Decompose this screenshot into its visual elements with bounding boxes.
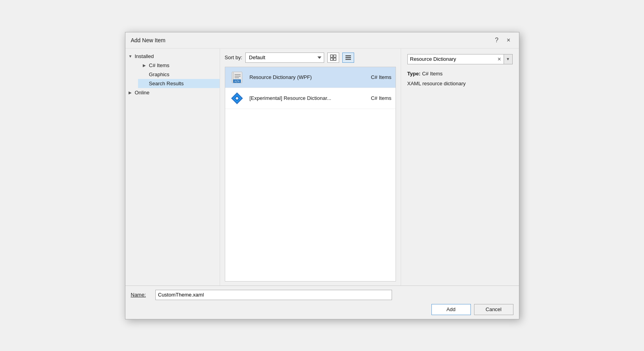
item-name-experimental: [Experimental] Resource Dictionar... [250,95,340,101]
name-row: Name: [131,290,513,300]
graphics-spacer [141,72,147,77]
search-results-spacer [141,81,147,86]
grid-icon [330,54,336,61]
type-row: Type: C# Items [407,71,513,77]
resource-dictionary-icon: </> [230,70,245,85]
dialog-title: Add New Item [131,37,166,43]
grid-view-button[interactable] [327,53,339,63]
button-row: Add Cancel [131,304,513,315]
close-button[interactable]: × [504,36,513,45]
svg-rect-5 [345,57,351,58]
sort-select[interactable]: Default Name Type [245,53,324,63]
svg-rect-1 [334,55,336,57]
experimental-resource-icon [230,91,245,106]
resource-dict-icon: </> [229,69,245,85]
help-button[interactable]: ? [492,36,502,45]
search-clear-button[interactable]: ✕ [495,55,504,64]
add-button[interactable]: Add [431,304,471,315]
table-row[interactable]: [Experimental] Resource Dictionar... C# … [225,88,396,109]
svg-rect-2 [330,58,333,60]
search-box: ✕ ▼ [407,54,513,64]
sidebar-installed-label: Installed [135,53,154,59]
svg-rect-4 [345,55,351,56]
table-row[interactable]: </> Resource Dictionary (WPF) C# Items [225,67,396,88]
main-content: Sort by: Default Name Type [220,49,401,285]
sidebar-online-group[interactable]: ▶ Online [125,88,220,97]
search-dropdown-button[interactable]: ▼ [504,54,512,64]
sidebar-item-csharp[interactable]: ▶ C# Items [138,61,220,70]
title-bar-left: Add New Item [131,37,166,43]
experimental-icon [229,90,245,106]
sidebar-csharp-label: C# Items [147,62,170,68]
csharp-arrow-icon: ▶ [141,63,147,68]
list-view-button[interactable] [342,53,354,63]
item-name-resource-dict: Resource Dictionary (WPF) [250,74,340,80]
item-category-resource-dict: C# Items [344,74,392,80]
online-arrow-icon: ▶ [129,90,135,95]
search-box-container: ✕ ▼ [407,54,513,64]
right-panel: ✕ ▼ Type: C# Items XAML resource diction… [401,49,519,285]
name-underline-char: N [131,292,134,298]
type-label: Type: [407,71,421,77]
sidebar-item-search-results[interactable]: Search Results [138,79,220,88]
title-bar: Add New Item ? × [125,32,519,49]
list-icon [345,54,351,61]
cancel-button[interactable]: Cancel [474,304,513,315]
description-text: XAML resource dictionary [407,80,513,88]
dialog-body: ▼ Installed ▶ C# Items Graphics Search R… [125,49,519,285]
items-list: </> Resource Dictionary (WPF) C# Items [225,67,396,282]
sidebar-search-results-label: Search Results [147,81,184,86]
sidebar-children: ▶ C# Items Graphics Search Results [125,61,220,88]
item-category-experimental: C# Items [344,95,392,101]
add-new-item-dialog: Add New Item ? × ▼ Installed ▶ C# Items … [125,32,519,319]
svg-rect-0 [330,55,333,57]
sidebar-online-label: Online [135,90,150,96]
sort-label: Sort by: [225,54,243,60]
sidebar-item-graphics[interactable]: Graphics [138,70,220,79]
title-bar-right: ? × [492,36,513,45]
name-label: Name: [131,292,151,298]
bottom-area: Name: Add Cancel [125,285,519,319]
sidebar-graphics-label: Graphics [147,71,170,77]
sidebar: ▼ Installed ▶ C# Items Graphics Search R… [125,49,220,285]
svg-rect-3 [334,58,336,60]
svg-rect-6 [345,59,351,60]
sidebar-installed-group[interactable]: ▼ Installed [125,52,220,61]
search-input[interactable] [408,56,495,62]
toolbar: Sort by: Default Name Type [225,53,396,63]
name-rest: ame: [134,292,146,298]
type-value: C# Items [422,71,442,77]
installed-arrow-icon: ▼ [129,54,135,58]
svg-text:</>: </> [234,80,239,83]
name-input[interactable] [155,290,392,300]
